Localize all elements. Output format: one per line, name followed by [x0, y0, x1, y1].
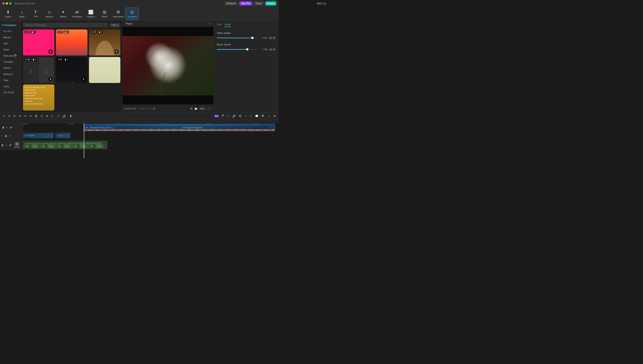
templates-panel: Filter ⇅ ♥ 13 ▣ 7 ⬇ I worked so hard	[21, 21, 122, 112]
music-vol-up[interactable]: ▲	[269, 48, 272, 51]
music-volume-thumb[interactable]	[246, 48, 248, 50]
sidebar-item-outro[interactable]: Outro	[1, 47, 20, 52]
tool-filters[interactable]: ⊞ Filters	[98, 8, 111, 20]
template-card-7[interactable]: •Curl your right toes 4 time •Blink 15 t…	[23, 84, 54, 110]
audio-clip-reindeer[interactable]: 🦌 Reindeer	[23, 133, 54, 138]
track-lock-3[interactable]: 🔒	[1, 144, 4, 147]
template-card-2[interactable]: ♥ 75 ▣ 2 heaven couldn't wait	[56, 30, 87, 56]
select-tool[interactable]: ↖	[2, 114, 6, 118]
delete-tool[interactable]: 🗑	[34, 114, 39, 118]
download-btn-5[interactable]: ⬇	[81, 77, 86, 82]
audio-tool[interactable]: 🎵	[55, 114, 61, 118]
sidebar-item-memes[interactable]: Memes	[1, 34, 20, 40]
sidebar-item-for-tiktok[interactable]: For TikTok	[1, 90, 20, 96]
zoom-out-tool[interactable]: 🔍	[260, 114, 266, 118]
tool-adjustment[interactable]: ⚙ Adjustment	[112, 8, 125, 20]
minimize-button[interactable]	[6, 2, 8, 4]
settings-tool[interactable]: ⚙	[272, 114, 277, 118]
track-audio-3[interactable]: 🔊	[9, 144, 12, 147]
tool-captions[interactable]: ⬜ Captions	[84, 8, 97, 20]
ripple-tool[interactable]: ⊙	[40, 114, 44, 118]
redo-tool[interactable]: ↻	[12, 114, 17, 118]
video-volume-thumb[interactable]	[251, 37, 253, 39]
music-volume-row: 7.2dB ▲ ▼	[217, 48, 275, 51]
tab-audio[interactable]: Audio	[224, 22, 231, 27]
tool-effects[interactable]: ✦ Effects	[57, 8, 70, 20]
transitions-icon: ⇄	[75, 10, 79, 15]
sidebar-item-fitness[interactable]: Fitness	[1, 65, 20, 71]
sidebar-item-lyrics[interactable]: Lyrics	[1, 84, 20, 89]
player-settings-icon[interactable]: ⚙	[189, 106, 193, 111]
tool-import[interactable]: ⬇ Import	[2, 8, 15, 20]
template-card-3[interactable]: ♥ 139 ▣ 2 ⬇ Flash velocity	[89, 30, 120, 56]
link-tool[interactable]: 🔗	[231, 114, 237, 118]
tool-audio[interactable]: ♪ Audio	[15, 8, 28, 20]
track-audio-1[interactable]: 🔊	[9, 126, 13, 129]
play-button[interactable]: ▶	[195, 106, 198, 111]
template-card-4[interactable]: 👤 👤 👤 👤 ♥ 100 ▣ 2 ⬇ Stop Motion	[23, 57, 54, 83]
music-vol-down[interactable]: ▼	[272, 48, 275, 51]
trim-tool[interactable]: ⊣	[243, 114, 248, 118]
split-left-tool[interactable]: ⚯	[28, 114, 33, 118]
likes-badge-5: ♥ 29	[57, 58, 63, 61]
video-volume-slider[interactable]	[217, 38, 257, 38]
video-clip-main[interactable]: Flowering bird cherry spring close-up, b…	[23, 141, 107, 149]
shortcuts-button[interactable]: Shortcuts	[224, 1, 238, 6]
join-pro-button[interactable]: Join Pro	[239, 1, 252, 6]
split-tool[interactable]: ⚮	[18, 114, 22, 118]
download-btn-3[interactable]: ⬇	[114, 49, 119, 54]
export-button[interactable]: Export	[265, 1, 276, 6]
filter-button[interactable]: Filter ⇅	[110, 23, 121, 28]
track-lock-2[interactable]: 🔒	[4, 134, 8, 138]
tool-templates[interactable]: ⊞ Templates	[126, 8, 139, 20]
player-menu-icon[interactable]: ≡	[209, 22, 210, 25]
subtitle-tool[interactable]: 💬	[254, 114, 259, 118]
video-vol-up[interactable]: ▲	[269, 36, 272, 40]
template-card-1[interactable]: ♥ 13 ▣ 7 ⬇ I worked so hard	[23, 30, 54, 56]
tool-text-label: Text	[34, 15, 38, 18]
cover-label: 🖼 Cover	[14, 142, 21, 148]
template-card-6[interactable]	[89, 57, 120, 83]
tool-stickers[interactable]: ☺ Stickers	[43, 8, 56, 20]
timeline-grid-icon[interactable]: ⊞	[153, 107, 155, 110]
freeze-tool[interactable]: ❄	[45, 114, 49, 118]
track-eye-2[interactable]: 👁	[9, 134, 11, 138]
sidebar-item-for-you[interactable]: For You	[1, 28, 20, 34]
track-lock-1[interactable]: 🔒	[2, 126, 5, 129]
detach-tool[interactable]: ⤢	[226, 114, 230, 118]
music-volume-slider[interactable]	[217, 49, 257, 50]
content-area: ▾ Templates For You Memes Intro Outro Ne…	[0, 21, 279, 112]
track-add-2[interactable]: +	[2, 134, 4, 138]
vol-tool[interactable]: 🔊	[62, 114, 67, 118]
play-tool[interactable]: ▷	[50, 114, 55, 118]
audio-clip-life[interactable]: ♪ Life II	[55, 133, 70, 138]
aspect-ratio-btn[interactable]: Ratio	[199, 107, 205, 110]
template-card-5[interactable]: 🎵 ♥ 29 ▣ 1 ⬇ Songs 🎵	[56, 57, 87, 83]
sidebar-item-new-year[interactable]: New year 🎊	[1, 53, 20, 59]
tab-text[interactable]: Text	[217, 22, 221, 27]
tool-text[interactable]: T Text	[29, 8, 42, 20]
speed-tool[interactable]: ⚡	[68, 114, 74, 118]
template-clip[interactable]: ⊞ Templates 00:00:19:19 ⇄ 2 clip to be r…	[84, 124, 275, 131]
close-button[interactable]	[2, 2, 5, 4]
zoom-in-tool[interactable]: —	[266, 114, 271, 118]
fullscreen-button[interactable]	[9, 2, 12, 4]
video-volume-fill	[217, 38, 251, 38]
extend-tool[interactable]: ⊢	[249, 114, 253, 118]
sidebar-item-intro[interactable]: Intro	[1, 41, 20, 46]
track-eye-1[interactable]: 👁	[6, 126, 9, 129]
fullscreen-btn[interactable]: ⛶	[207, 106, 211, 111]
track-eye-3[interactable]: 👁	[5, 144, 8, 147]
unlink-tool[interactable]: ⛓	[237, 114, 242, 118]
sidebar-item-vlog[interactable]: Vlog	[1, 78, 20, 83]
undo-tool[interactable]: ↺	[7, 114, 12, 118]
tool-transitions[interactable]: ⇄ Transitions	[70, 8, 83, 20]
search-input[interactable]	[23, 22, 108, 28]
video-vol-down[interactable]: ▼	[272, 36, 275, 40]
timeline-tracks: 🔒 👁 🔊 ⊞ Templates 00:00:19:19 ⇄ 2 clip t…	[0, 123, 279, 158]
mic-tool[interactable]: 🎤	[219, 114, 225, 118]
sidebar-item-transition[interactable]: Transition	[1, 59, 20, 65]
share-button[interactable]: Share	[254, 1, 264, 6]
split-right-tool[interactable]: ⚮	[23, 114, 28, 118]
sidebar-item-business[interactable]: Business	[1, 71, 20, 77]
